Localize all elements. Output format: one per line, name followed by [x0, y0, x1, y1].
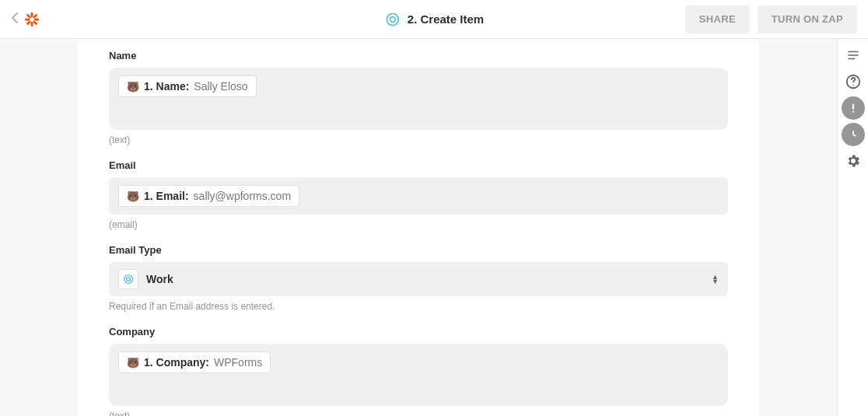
wpforms-source-icon: 🐻 [127, 357, 139, 369]
email-input[interactable]: 🐻 1. Email: sally@wpforms.com [109, 177, 728, 215]
topbar-left [11, 11, 40, 28]
svg-point-19 [852, 110, 853, 112]
field-company: Company 🐻 1. Company: WPForms (text) [109, 326, 728, 416]
pill-value: WPForms [214, 356, 262, 369]
select-left: Work [118, 269, 173, 289]
svg-rect-7 [33, 19, 37, 24]
svg-point-16 [852, 85, 853, 86]
settings-gear-icon[interactable] [842, 149, 865, 173]
svg-point-10 [124, 275, 133, 284]
pill-company[interactable]: 🐻 1. Company: WPForms [118, 351, 271, 373]
svg-point-8 [387, 13, 398, 25]
svg-rect-2 [25, 18, 30, 20]
svg-rect-6 [26, 13, 31, 18]
alert-icon[interactable] [842, 96, 865, 120]
pill-email[interactable]: 🐻 1. Email: sally@wpforms.com [118, 185, 299, 207]
pill-value: Sally Eloso [194, 80, 247, 93]
podio-app-icon [384, 11, 401, 28]
svg-rect-1 [31, 21, 33, 26]
field-name: Name 🐻 1. Name: Sally Eloso (text) [109, 50, 728, 145]
hint-name: (text) [109, 135, 728, 145]
outline-icon[interactable] [842, 44, 865, 67]
turn-on-zap-button[interactable]: TURN ON ZAP [758, 5, 857, 33]
company-input[interactable]: 🐻 1. Company: WPForms [109, 344, 728, 406]
select-value: Work [146, 273, 173, 285]
field-email-type: Email Type Work ▲▼ Required if an Email … [109, 244, 728, 312]
step-title: 2. Create Item [408, 12, 484, 26]
svg-rect-0 [31, 12, 33, 16]
canvas: Name 🐻 1. Name: Sally Eloso (text) Email… [0, 39, 837, 416]
right-rail [837, 39, 868, 416]
top-bar: 2. Create Item SHARE TURN ON ZAP [0, 0, 868, 39]
svg-rect-4 [33, 13, 37, 18]
pill-label: 1. Company: [144, 356, 209, 369]
history-icon[interactable] [842, 123, 865, 146]
podio-small-icon [118, 269, 138, 289]
field-label-email-type: Email Type [109, 244, 728, 256]
svg-point-9 [390, 16, 395, 22]
back-chevron-icon[interactable] [11, 11, 19, 27]
svg-rect-18 [852, 104, 853, 110]
help-icon[interactable] [842, 70, 865, 93]
topbar-right: SHARE TURN ON ZAP [685, 5, 857, 33]
topbar-center: 2. Create Item [384, 11, 484, 28]
field-email: Email 🐻 1. Email: sally@wpforms.com (ema… [109, 159, 728, 230]
hint-company: (text) [109, 411, 728, 416]
field-label-email: Email [109, 159, 728, 171]
hint-email-type: Required if an Email address is entered. [109, 301, 728, 312]
hint-email: (email) [109, 219, 728, 230]
sort-caret-icon: ▲▼ [712, 274, 719, 284]
field-label-name: Name [109, 50, 728, 61]
field-label-company: Company [109, 326, 728, 337]
pill-name[interactable]: 🐻 1. Name: Sally Eloso [118, 75, 257, 97]
pill-value: sally@wpforms.com [194, 190, 291, 202]
svg-rect-3 [34, 18, 39, 20]
form-panel: Name 🐻 1. Name: Sally Eloso (text) Email… [78, 39, 759, 416]
name-input[interactable]: 🐻 1. Name: Sally Eloso [109, 68, 728, 130]
wpforms-source-icon: 🐻 [127, 81, 139, 93]
wpforms-source-icon: 🐻 [127, 191, 139, 202]
pill-label: 1. Email: [144, 190, 189, 202]
zapier-logo-icon[interactable] [23, 11, 40, 28]
share-button[interactable]: SHARE [685, 5, 750, 33]
pill-label: 1. Name: [144, 80, 189, 93]
svg-rect-5 [26, 19, 31, 24]
email-type-select[interactable]: Work ▲▼ [109, 262, 728, 296]
svg-point-11 [127, 278, 131, 281]
